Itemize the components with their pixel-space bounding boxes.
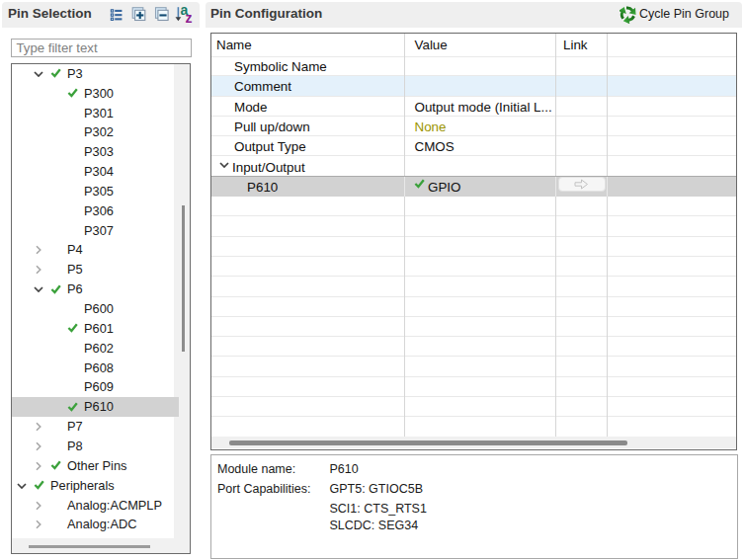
svg-text:z: z: [186, 10, 193, 24]
